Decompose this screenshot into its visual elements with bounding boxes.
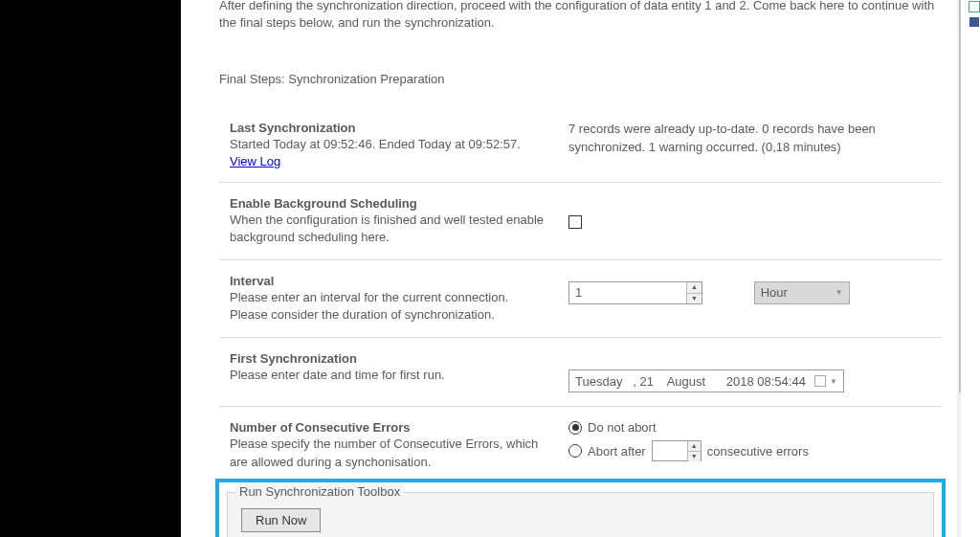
enable-bg-title: Enable Background Scheduling [230,196,549,211]
first-sync-value: Tuesday , 21 August 2018 08:54:44 [575,374,814,389]
first-sync-title: First Synchronization [230,351,549,366]
intro-text: After defining the synchronization direc… [219,0,942,32]
radio-abort-prefix: Abort after [588,444,646,459]
errors-right: Do not abort Abort after ▲ ▼ consecutive… [568,420,942,470]
row-first-sync: First Synchronization Please enter date … [219,351,942,407]
last-sync-desc: Started Today at 09:52:46. Ended Today a… [230,136,549,153]
interval-desc1: Please enter an interval for the current… [230,289,549,306]
interval-desc2: Please consider the duration of synchron… [230,306,549,324]
highlight-box: Run Synchronization Toolbox Run Now [215,479,946,537]
last-sync-left: Last Synchronization Started Today at 09… [219,121,549,168]
errors-title: Number of Consecutive Errors [230,420,549,435]
consecutive-down-icon[interactable]: ▼ [688,452,701,461]
run-now-button[interactable]: Run Now [241,508,321,532]
interval-unit-value: Hour [761,285,835,300]
interval-left: Interval Please enter an interval for th… [219,274,549,324]
consecutive-spinner-btns: ▲ ▼ [687,441,701,460]
consecutive-errors-spinner[interactable]: ▲ ▼ [652,440,702,461]
radio-row-noabort: Do not abort [568,420,942,435]
chevron-down-icon: ▼ [830,377,837,386]
interval-down-icon[interactable]: ▼ [687,294,702,304]
enable-bg-checkbox[interactable] [568,215,582,229]
row-errors: Number of Consecutive Errors Please spec… [219,420,942,476]
interval-up-icon[interactable]: ▲ [687,282,702,294]
last-sync-right: 7 records were already up-to-date. 0 rec… [568,121,942,168]
errors-left: Number of Consecutive Errors Please spec… [219,420,549,470]
interval-spinner-btns: ▲ ▼ [686,282,702,303]
view-log-link[interactable]: View Log [230,154,280,168]
left-black-area [0,0,181,537]
facebook-icon[interactable] [969,17,979,27]
radio-abort-suffix: consecutive errors [707,444,809,459]
consecutive-errors-value[interactable] [653,441,687,460]
enable-bg-left: Enable Background Scheduling When the co… [219,196,549,246]
radio-abort-after[interactable] [568,444,582,458]
radio-row-abortafter: Abort after ▲ ▼ consecutive errors [568,440,942,461]
chevron-down-icon: ▼ [835,288,843,297]
row-interval: Interval Please enter an interval for th… [219,274,942,338]
run-sync-legend: Run Synchronization Toolbox [235,484,404,499]
interval-title: Interval [230,274,549,288]
consecutive-up-icon[interactable]: ▲ [688,441,701,452]
row-last-sync: Last Synchronization Started Today at 09… [219,121,942,182]
main-panel: After defining the synchronization direc… [181,0,961,537]
first-sync-desc: Please enter date and time for first run… [230,367,549,384]
sync-status-text: 7 records were already up-to-date. 0 rec… [568,121,942,155]
radio-no-abort-label: Do not abort [588,420,657,435]
enable-bg-right [568,196,942,246]
sub-heading: Final Steps: Synchronization Preparation [219,72,942,86]
interval-unit-dropdown[interactable]: Hour ▼ [754,281,850,304]
first-sync-left: First Synchronization Please enter date … [219,351,549,392]
radio-no-abort[interactable] [568,421,582,435]
first-sync-right: Tuesday , 21 August 2018 08:54:44 ▼ [568,351,942,392]
interval-spinner[interactable]: 1 ▲ ▼ [568,281,702,304]
right-strip [961,0,980,537]
interval-value[interactable]: 1 [569,282,686,303]
save-icon[interactable] [969,1,980,12]
calendar-icon [814,375,826,387]
enable-bg-desc: When the configuration is finished and w… [230,212,549,246]
errors-desc: Please specify the number of Consecutive… [230,436,549,470]
row-enable-bg: Enable Background Scheduling When the co… [219,196,942,260]
content-wrapper: After defining the synchronization direc… [181,0,961,534]
interval-right: 1 ▲ ▼ Hour ▼ [568,274,942,324]
last-sync-title: Last Synchronization [230,121,549,135]
first-sync-datepicker[interactable]: Tuesday , 21 August 2018 08:54:44 ▼ [568,369,844,392]
run-sync-groupbox: Run Synchronization Toolbox Run Now [227,492,934,537]
